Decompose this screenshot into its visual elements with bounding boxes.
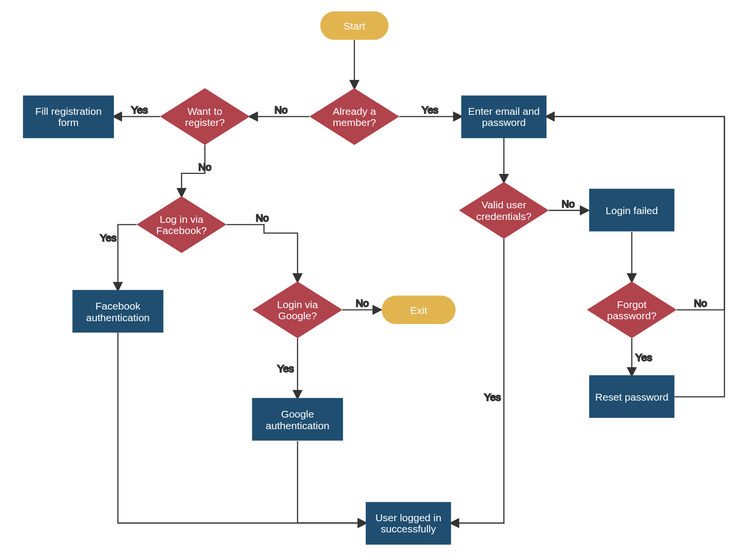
edge-valid-yes bbox=[451, 239, 504, 523]
label-member-yes: Yes bbox=[421, 104, 438, 115]
label-fbauth-2: authentication bbox=[86, 312, 150, 323]
node-login-facebook: Log in via Facebook? bbox=[137, 196, 226, 253]
label-exit: Exit bbox=[410, 305, 427, 316]
label-valid-yes: Yes bbox=[484, 391, 501, 403]
edge-gauth-logged bbox=[297, 441, 366, 523]
node-already-member: Already a member? bbox=[310, 88, 399, 145]
label-valid-1: Valid user bbox=[481, 199, 526, 210]
node-facebook-auth: Facebook authentication bbox=[73, 290, 164, 333]
label-fbauth-1: Facebook bbox=[95, 300, 140, 311]
label-google-yes: Yes bbox=[277, 363, 294, 374]
node-enter-email: Enter email and password bbox=[461, 95, 546, 138]
label-forgot-yes: Yes bbox=[636, 352, 652, 363]
label-forgot-no: No bbox=[694, 297, 707, 309]
label-forgot-1: Forgot bbox=[617, 299, 647, 310]
label-fill-2: form bbox=[58, 117, 78, 128]
label-google-1: Login via bbox=[277, 299, 318, 310]
label-valid-2: credentials? bbox=[476, 211, 531, 222]
node-google-auth: Google authentication bbox=[252, 398, 343, 441]
label-member-no: No bbox=[275, 104, 288, 115]
label-gauth-2: authentication bbox=[266, 420, 329, 431]
label-fb-yes: Yes bbox=[100, 232, 116, 243]
label-google-2: Google? bbox=[278, 310, 317, 321]
node-logged-in: User logged in successfully bbox=[366, 502, 451, 544]
label-register-2: register? bbox=[185, 117, 225, 128]
node-start: Start bbox=[320, 11, 388, 40]
edge-fb-yes bbox=[118, 225, 137, 290]
node-want-register: Want to register? bbox=[160, 88, 249, 145]
node-reset-password: Reset password bbox=[589, 375, 674, 418]
label-register-yes: Yes bbox=[131, 104, 148, 115]
label-start: Start bbox=[343, 20, 365, 31]
label-logged-2: successfully bbox=[381, 523, 436, 534]
node-forgot-password: Forgot password? bbox=[587, 281, 677, 338]
edge-fb-no bbox=[227, 225, 298, 281]
label-member-2: member? bbox=[333, 117, 376, 128]
label-reset: Reset password bbox=[595, 391, 668, 403]
label-member-1: Already a bbox=[333, 106, 376, 117]
label-forgot-2: password? bbox=[607, 310, 656, 321]
label-fill-1: Fill registration bbox=[35, 106, 102, 117]
label-fb-2: Facebook? bbox=[156, 225, 207, 236]
node-fill-registration: Fill registration form bbox=[23, 95, 114, 138]
label-logged-1: User logged in bbox=[375, 512, 441, 523]
label-google-no: No bbox=[356, 297, 369, 309]
label-gauth-1: Google bbox=[281, 408, 314, 420]
label-register-no: No bbox=[198, 161, 211, 172]
node-exit: Exit bbox=[382, 296, 456, 324]
label-email-2: password bbox=[482, 117, 526, 128]
label-valid-no: No bbox=[561, 198, 574, 209]
label-email-1: Enter email and bbox=[468, 106, 540, 117]
label-fb-1: Log in via bbox=[160, 214, 204, 225]
node-login-google: Login via Google? bbox=[253, 281, 342, 338]
label-register-1: Want to bbox=[187, 106, 222, 117]
node-login-failed: Login failed bbox=[589, 189, 674, 232]
label-fb-no: No bbox=[256, 212, 269, 223]
label-failed: Login failed bbox=[605, 205, 658, 216]
node-valid-credentials: Valid user credentials? bbox=[459, 182, 549, 239]
